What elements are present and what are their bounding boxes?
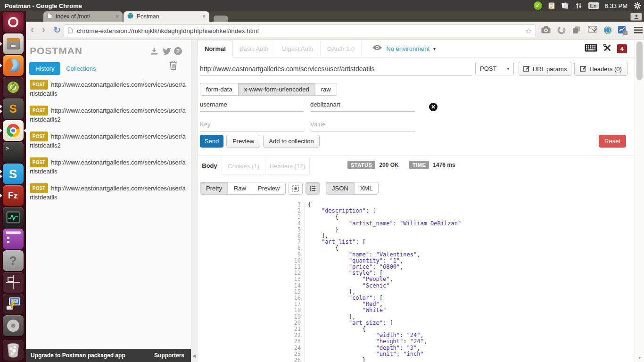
- mail-check-extension-icon[interactable]: [588, 26, 597, 35]
- history-item[interactable]: POSThttp://www.eastonartgalleries.com/se…: [30, 80, 186, 98]
- stack-extension-icon[interactable]: [572, 26, 581, 36]
- tab-response-cookies[interactable]: Cookies (1): [222, 157, 265, 174]
- launcher-item-filezilla[interactable]: Fz: [0, 185, 26, 206]
- launcher-item-ubuntu-dash[interactable]: [0, 11, 26, 33]
- tab-response-body[interactable]: Body: [198, 157, 222, 174]
- collapse-indent-button[interactable]: [305, 182, 320, 195]
- history-item[interactable]: POSThttp://www.eastonartgalleries.com/se…: [30, 132, 186, 149]
- upgrade-link[interactable]: Upgrade to Postman packaged app: [31, 352, 154, 359]
- tab-response-headers[interactable]: Headers (12): [265, 157, 310, 174]
- launcher-item-unknown-app[interactable]: ?: [0, 250, 26, 272]
- tab-digest-auth[interactable]: Digest Auth: [275, 40, 321, 58]
- help-icon[interactable]: ?: [174, 47, 182, 55]
- response-code-viewer[interactable]: 1234567891011121314151617181920212223242…: [288, 202, 632, 362]
- settings-gear-icon[interactable]: [634, 2, 641, 9]
- launcher-item-firefox[interactable]: [0, 55, 26, 76]
- remove-param-icon[interactable]: ✕: [429, 103, 438, 111]
- scrollbar-down-arrow[interactable]: ▾: [635, 355, 644, 360]
- back-button[interactable]: ‹: [31, 24, 34, 35]
- bookmark-star-icon[interactable]: ☆: [525, 26, 532, 35]
- notification-badge[interactable]: 4: [617, 44, 627, 53]
- collapse-sidebar-arrow[interactable]: ◀: [192, 354, 196, 358]
- launcher-item-remote-desktop[interactable]: [0, 293, 26, 315]
- history-item[interactable]: POSThttp://www.eastonartgalleries.com/se…: [30, 157, 186, 175]
- launcher-item-android-studio[interactable]: [0, 76, 26, 98]
- sidebar-tab-collections[interactable]: Collections: [66, 65, 96, 72]
- tab-basic-auth[interactable]: Basic Auth: [233, 40, 275, 58]
- omnibox[interactable]: chrome-extension://mkhojklkhkdaghjjfdnph…: [64, 25, 536, 37]
- clock[interactable]: 6:33 PM: [605, 2, 627, 9]
- terminal-icon: >_: [3, 142, 24, 163]
- send-button[interactable]: Send: [200, 135, 223, 148]
- launcher-item-sublime-text[interactable]: S: [0, 98, 26, 120]
- tab-raw-view[interactable]: Raw: [228, 182, 252, 195]
- forward-button[interactable]: ›: [42, 24, 45, 35]
- analytics-extension-icon[interactable]: ?: [618, 26, 627, 37]
- tab-pretty[interactable]: Pretty: [200, 182, 228, 195]
- method-select[interactable]: POST ▾: [475, 62, 514, 75]
- browser-tab-postman[interactable]: Postman ×: [124, 11, 209, 22]
- reset-button[interactable]: Reset: [599, 135, 626, 148]
- preview-button[interactable]: Preview: [226, 135, 260, 148]
- environment-selector[interactable]: No environment ▾: [372, 40, 436, 57]
- new-key-input[interactable]: [200, 117, 304, 132]
- launcher-item-media-app[interactable]: [0, 228, 26, 250]
- launcher-item-skype[interactable]: S: [0, 163, 26, 185]
- scrollbar-track[interactable]: ▾: [635, 40, 644, 362]
- launcher-item-system-monitor[interactable]: [0, 206, 26, 228]
- history-url: http://www.eastonartgalleries.com/servic…: [30, 107, 186, 123]
- reload-button[interactable]: ↻: [53, 25, 61, 35]
- keyboard-layout-indicator[interactable]: En: [588, 2, 599, 9]
- tab-json[interactable]: JSON: [326, 182, 355, 195]
- expand-response-button[interactable]: [289, 182, 303, 195]
- chevron-down-icon: ▾: [507, 66, 509, 71]
- tab-form-data[interactable]: form-data: [200, 83, 239, 96]
- notes-tray-icon[interactable]: [561, 2, 569, 9]
- param-value-input[interactable]: [310, 98, 415, 112]
- tab-close-icon[interactable]: ×: [202, 13, 206, 20]
- launcher-item-disk-utility[interactable]: [0, 315, 26, 337]
- tab-normal[interactable]: Normal: [198, 40, 233, 58]
- supporters-link[interactable]: Supporters: [154, 352, 184, 359]
- trash-icon[interactable]: [169, 60, 178, 72]
- swirl-extension-icon[interactable]: [557, 26, 566, 36]
- browser-tab-index-of-root[interactable]: Index of /root/ ×: [43, 11, 123, 22]
- tab-preview-view[interactable]: Preview: [252, 182, 286, 195]
- twitter-icon[interactable]: [162, 47, 171, 57]
- param-key-input[interactable]: [200, 98, 304, 112]
- tab-title: Index of /root/: [56, 13, 112, 20]
- add-to-collection-button[interactable]: Add to collection: [263, 135, 320, 148]
- skype-tray-icon[interactable]: ✓: [534, 1, 542, 10]
- menu-hamburger-icon[interactable]: [634, 27, 643, 35]
- tab-raw[interactable]: raw: [315, 83, 337, 96]
- download-icon[interactable]: [150, 47, 158, 57]
- keyboard-shortcuts-icon[interactable]: [585, 44, 597, 54]
- launcher-item-chrome[interactable]: [0, 120, 26, 141]
- scrollbar-thumb[interactable]: [636, 41, 643, 80]
- profile-avatar-button[interactable]: [630, 13, 642, 21]
- tools-icon[interactable]: [603, 43, 611, 54]
- network-arrows-icon[interactable]: [575, 2, 582, 9]
- new-tab-button[interactable]: [214, 16, 228, 22]
- sidebar-tab-history[interactable]: History: [29, 62, 60, 75]
- globe-extension-icon[interactable]: [603, 26, 612, 36]
- history-item[interactable]: POSThttp://www.eastonartgalleries.com/se…: [30, 106, 186, 123]
- new-value-input[interactable]: [310, 117, 415, 132]
- tab-xml[interactable]: XML: [354, 182, 379, 195]
- launcher-item-trash[interactable]: [0, 339, 26, 361]
- clipboard-tray-icon[interactable]: [548, 2, 555, 9]
- request-url-input[interactable]: [200, 62, 472, 76]
- headers-button[interactable]: Headers (0): [574, 62, 627, 76]
- launcher-item-terminal[interactable]: >_: [0, 141, 26, 163]
- tab-x-www-form-urlencoded[interactable]: x-www-form-urlencoded: [238, 83, 315, 96]
- history-item[interactable]: POSThttp://www.eastonartgalleries.com/se…: [30, 183, 186, 201]
- launcher-item-workspace-switcher[interactable]: [0, 272, 26, 293]
- tab-oauth-1[interactable]: OAuth 1.0: [321, 40, 362, 58]
- url-params-button[interactable]: URL params: [519, 62, 571, 76]
- tab-close-icon[interactable]: ×: [116, 13, 119, 20]
- address-url[interactable]: chrome-extension://mkhojklkhkdaghjjfdnph…: [77, 27, 521, 34]
- launcher-item-file-manager[interactable]: [0, 33, 26, 55]
- screenshot-extension-icon[interactable]: [541, 26, 551, 35]
- eye-icon: [372, 44, 382, 53]
- method-badge: POST: [30, 183, 48, 193]
